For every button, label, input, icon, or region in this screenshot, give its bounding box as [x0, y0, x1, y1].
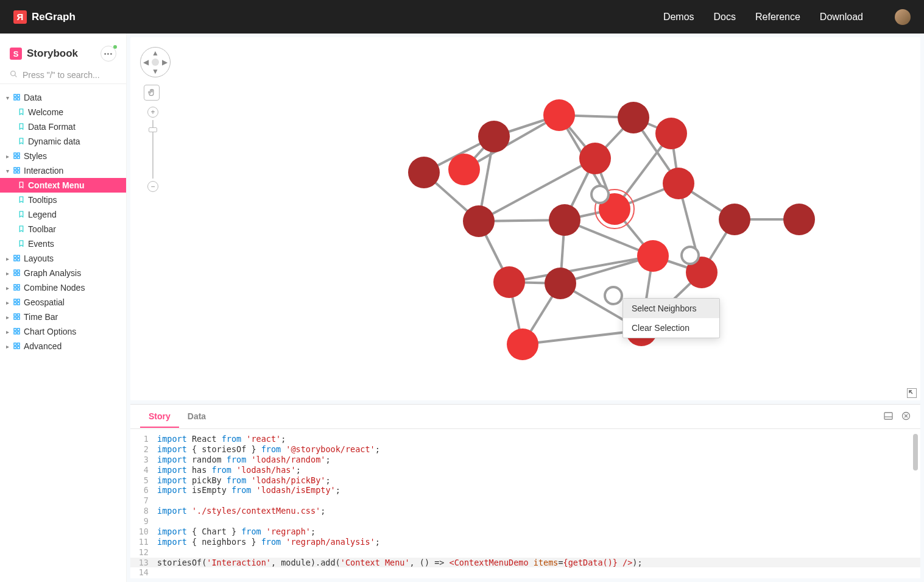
graph-node[interactable]: [463, 205, 495, 237]
graph-node[interactable]: [507, 328, 538, 360]
sidebar-group-advanced[interactable]: ▸Advanced: [0, 339, 126, 353]
nav-demos[interactable]: Demos: [663, 12, 694, 23]
nav-download[interactable]: Download: [820, 12, 863, 23]
group-label: Data: [24, 93, 42, 102]
code-viewer[interactable]: 1import React from 'react';2import { sto…: [130, 429, 920, 578]
line-number: 4: [130, 465, 157, 475]
code-content: import has from 'lodash/has';: [157, 465, 301, 475]
graph-canvas[interactable]: ▲ ▼ ◀ ▶ + − Select NeighborsClear Select…: [130, 37, 920, 400]
caret-icon: ▾: [6, 94, 12, 101]
graph-node[interactable]: [783, 204, 815, 235]
tab-data[interactable]: Data: [179, 405, 214, 428]
graph-node[interactable]: [663, 168, 694, 199]
svg-rect-37: [17, 332, 19, 334]
caret-icon: ▸: [6, 270, 12, 277]
graph-node[interactable]: [493, 266, 525, 298]
sidebar-item-legend[interactable]: Legend: [0, 207, 126, 222]
zoom-slider[interactable]: [152, 120, 153, 179]
nav-reference[interactable]: Reference: [755, 12, 800, 23]
pan-right-icon[interactable]: ▶: [162, 58, 168, 66]
bookmark-icon: [18, 225, 24, 233]
tab-story[interactable]: Story: [140, 405, 179, 428]
graph-node[interactable]: [637, 240, 669, 272]
hand-tool[interactable]: [144, 85, 160, 101]
context-menu-item-clear-selection[interactable]: Clear Selection: [623, 318, 719, 338]
graph-node[interactable]: [618, 102, 649, 133]
svg-rect-21: [17, 273, 19, 275]
sidebar-group-data[interactable]: ▾Data: [0, 90, 126, 105]
sidebar-group-combine-nodes[interactable]: ▸Combine Nodes: [0, 280, 126, 295]
svg-rect-7: [17, 152, 19, 155]
scrollbar-thumb[interactable]: [913, 434, 918, 470]
svg-rect-33: [17, 317, 19, 319]
sidebar-group-time-bar[interactable]: ▸Time Bar: [0, 310, 126, 324]
panel-position-icon[interactable]: [884, 411, 893, 422]
graph-edge[interactable]: [464, 115, 559, 169]
sidebar-header: S Storybook •••: [0, 41, 126, 68]
svg-rect-40: [14, 346, 16, 349]
context-menu-item-select-neighbors[interactable]: Select Neighbors: [623, 299, 719, 318]
graph-node[interactable]: [682, 247, 699, 264]
group-label: Advanced: [24, 341, 62, 351]
sidebar-item-tooltips[interactable]: Tooltips: [0, 193, 126, 207]
graph-node[interactable]: [448, 154, 480, 185]
code-line: 14: [130, 567, 920, 578]
bookmark-icon: [18, 108, 24, 116]
svg-rect-26: [14, 299, 16, 301]
sidebar-group-chart-options[interactable]: ▸Chart Options: [0, 324, 126, 339]
graph-node[interactable]: [579, 143, 611, 174]
graph-node[interactable]: [408, 157, 440, 188]
caret-icon: ▸: [6, 285, 12, 291]
sidebar-group-styles[interactable]: ▸Styles: [0, 149, 126, 163]
graph-node[interactable]: [478, 121, 510, 152]
graph-node[interactable]: [545, 268, 576, 299]
svg-rect-10: [14, 167, 16, 169]
group-label: Styles: [24, 151, 47, 161]
grid-icon: [13, 342, 20, 350]
avatar[interactable]: [895, 9, 911, 25]
sidebar-item-toolbar[interactable]: Toolbar: [0, 222, 126, 236]
code-content: import isEmpty from 'lodash/isEmpty';: [157, 485, 340, 495]
graph-svg: [130, 37, 920, 400]
code-content: import random from 'lodash/random';: [157, 455, 331, 465]
svg-rect-14: [14, 255, 16, 257]
pan-left-icon[interactable]: ◀: [143, 58, 149, 66]
sidebar-group-geospatial[interactable]: ▸Geospatial: [0, 295, 126, 310]
svg-rect-41: [17, 346, 19, 349]
grid-icon: [13, 328, 20, 336]
code-content: import { neighbors } from 'regraph/analy…: [157, 537, 380, 547]
sidebar-item-context-menu[interactable]: Context Menu: [0, 178, 126, 193]
pan-down-icon[interactable]: ▼: [152, 67, 159, 76]
pan-up-icon[interactable]: ▲: [152, 49, 159, 57]
graph-node[interactable]: [655, 118, 687, 149]
graph-node[interactable]: [719, 204, 750, 235]
zoom-out-button[interactable]: −: [147, 181, 158, 192]
svg-rect-27: [17, 299, 19, 301]
zoom-in-button[interactable]: +: [147, 107, 158, 118]
graph-node[interactable]: [591, 186, 608, 203]
svg-rect-15: [17, 255, 19, 257]
sidebar-menu-button[interactable]: •••: [101, 46, 116, 62]
svg-rect-2: [14, 94, 16, 96]
sidebar-group-layouts[interactable]: ▸Layouts: [0, 251, 126, 266]
graph-node[interactable]: [605, 287, 622, 304]
pan-center-icon[interactable]: [152, 59, 159, 66]
sidebar-item-dynamic-data[interactable]: Dynamic data: [0, 134, 126, 149]
graph-node[interactable]: [549, 204, 580, 236]
sidebar-group-graph-analysis[interactable]: ▸Graph Analysis: [0, 266, 126, 280]
pan-control[interactable]: ▲ ▼ ◀ ▶: [140, 47, 171, 77]
sidebar-item-events[interactable]: Events: [0, 236, 126, 251]
group-label: Interaction: [24, 166, 63, 176]
line-number: 9: [130, 516, 157, 527]
nav-docs[interactable]: Docs: [714, 12, 736, 23]
sidebar-group-interaction[interactable]: ▾Interaction: [0, 163, 126, 178]
sidebar-item-data-format[interactable]: Data Format: [0, 119, 126, 134]
search-input[interactable]: [23, 70, 116, 80]
expand-canvas-button[interactable]: [907, 388, 917, 398]
grid-icon: [13, 167, 20, 175]
graph-node[interactable]: [543, 99, 575, 131]
code-line: 1import React from 'react';: [130, 434, 920, 444]
zoom-handle[interactable]: [149, 127, 157, 132]
sidebar-item-welcome[interactable]: Welcome: [0, 105, 126, 119]
panel-close-icon[interactable]: [901, 411, 911, 422]
